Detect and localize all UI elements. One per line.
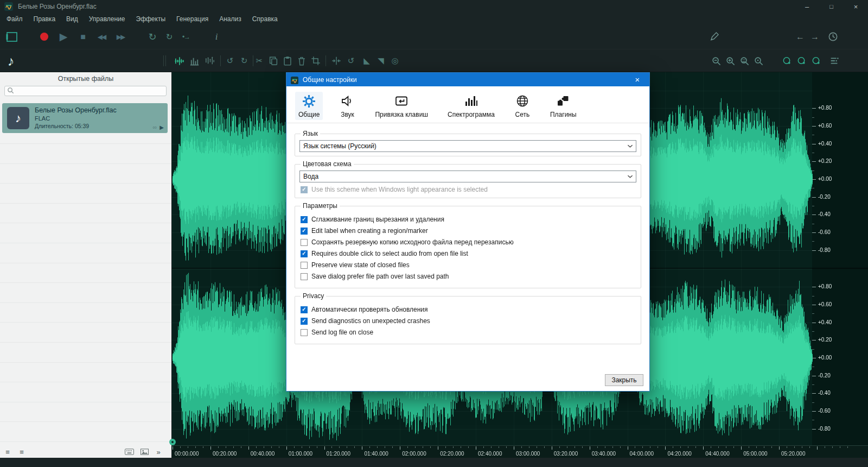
ruler-tick-minor — [673, 446, 673, 448]
zoom-selection-icon[interactable] — [752, 49, 765, 72]
copy-icon[interactable] — [267, 49, 280, 72]
search-input[interactable] — [16, 88, 164, 94]
loop-once-icon[interactable]: ↻ — [162, 24, 176, 49]
ruler-tick — [703, 446, 704, 450]
ruler-tick-minor — [233, 446, 234, 448]
bars-view-icon[interactable] — [188, 49, 201, 72]
redo-icon[interactable]: ↻ — [238, 49, 251, 72]
view-position-marker[interactable] — [169, 439, 176, 445]
menu-item-analyze[interactable]: Анализ — [214, 14, 247, 24]
zoom-in-icon[interactable] — [724, 49, 737, 72]
menu-item-generate[interactable]: Генерация — [171, 14, 214, 24]
cut-icon[interactable]: ✂ — [253, 49, 266, 72]
tab-network[interactable]: Сеть — [511, 92, 534, 120]
zoom-out-icon[interactable] — [710, 49, 723, 72]
menu-item-view[interactable]: Вид — [61, 14, 84, 24]
tab-spectrogram[interactable]: Спектрограмма — [444, 92, 498, 120]
tab-key-bindings[interactable]: Привязка клавиш — [372, 92, 431, 120]
file-list-item[interactable]: ♪ Белые Розы Оренбург.flac FLAC Длительн… — [2, 103, 168, 133]
time-ruler[interactable]: 00:00.00000:20.00000:40.00001:00.00001:2… — [172, 445, 868, 458]
ruler-time-label: 00:20.000 — [213, 451, 237, 457]
minimize-icon[interactable]: – — [795, 0, 819, 13]
rewind-button[interactable]: ◀◀ — [94, 24, 108, 49]
normalize-icon[interactable]: ◎ — [388, 49, 401, 72]
checkbox[interactable]: ✓ — [301, 250, 308, 257]
wave-dots-icon[interactable] — [203, 49, 216, 72]
keyboard-icon[interactable] — [124, 447, 135, 456]
menu-item-edit[interactable]: Правка — [28, 14, 61, 24]
delete-icon[interactable] — [295, 49, 308, 72]
collapse-icon[interactable]: » — [153, 447, 164, 456]
list-row-separator — [0, 163, 171, 164]
checkbox[interactable] — [301, 239, 308, 246]
play-button[interactable]: ▶ — [56, 24, 71, 49]
loop-icon[interactable]: ↻ — [145, 24, 159, 49]
region-ring-icon[interactable] — [795, 49, 808, 72]
ruler-time-label: 03:40.000 — [592, 451, 616, 457]
checkbox[interactable]: ✓ — [301, 318, 308, 325]
menu-item-effects[interactable]: Эффекты — [131, 14, 171, 24]
fade-in-icon[interactable]: ◣ — [360, 49, 373, 72]
levels-list-icon[interactable] — [828, 49, 841, 72]
window-title: Белые Розы Оренбург.flac — [18, 3, 97, 10]
trim-icon[interactable] — [330, 49, 343, 72]
marker-ring-icon[interactable] — [780, 49, 793, 72]
undo-icon[interactable]: ↺ — [224, 49, 237, 72]
menu-item-help[interactable]: Справка — [247, 14, 283, 24]
loop-badge-icon: ∞ — [152, 124, 157, 130]
fast-forward-button[interactable]: ▶▶ — [113, 24, 127, 49]
ruler-tick-minor — [537, 446, 537, 448]
paste-icon[interactable] — [281, 49, 294, 72]
stop-button[interactable]: ■ — [76, 24, 90, 49]
pen-icon[interactable] — [707, 24, 721, 49]
selection-tool-icon[interactable] — [5, 24, 19, 49]
menu-item-file[interactable]: Файл — [1, 14, 28, 24]
crop-icon[interactable] — [309, 49, 322, 72]
list-row-separator — [0, 223, 171, 223]
waveform-view-icon[interactable] — [173, 49, 186, 72]
ruler-tick-minor — [612, 446, 613, 448]
ruler-tick — [400, 446, 400, 450]
checkbox[interactable] — [301, 262, 308, 269]
maximize-icon[interactable]: □ — [819, 0, 844, 13]
tab-plugins[interactable]: Плагины — [547, 92, 580, 120]
list-row-separator — [0, 263, 171, 263]
checkbox[interactable]: ✓ — [301, 186, 308, 193]
checkbox[interactable]: ✓ — [301, 216, 308, 223]
loop-ring-icon[interactable] — [809, 49, 822, 72]
zoom-fit-icon[interactable] — [738, 49, 751, 72]
checkbox[interactable]: ✓ — [301, 228, 308, 235]
ruler-tick-minor — [733, 446, 734, 448]
language-select[interactable]: Язык системы (Русский) — [299, 140, 636, 152]
back-icon[interactable]: ← — [793, 24, 807, 49]
list-row-separator — [0, 183, 171, 184]
files-panel-toggle[interactable]: ♪ — [4, 49, 17, 72]
checkbox[interactable] — [301, 273, 308, 280]
detail-view-icon[interactable]: ≡ — [16, 447, 27, 456]
tab-general[interactable]: Общие — [295, 92, 323, 120]
image-icon[interactable] — [139, 447, 150, 456]
revert-icon[interactable]: ↺ — [344, 49, 358, 72]
record-button[interactable] — [37, 24, 51, 49]
statusbar — [0, 458, 868, 467]
close-icon[interactable]: × — [844, 0, 868, 13]
menu-item-control[interactable]: Управление — [84, 14, 131, 24]
forward-icon[interactable]: → — [808, 24, 822, 49]
ruler-tick-minor — [582, 446, 583, 448]
ruler-tick-minor — [529, 446, 529, 448]
chevron-down-icon — [627, 174, 633, 179]
tab-sound[interactable]: Звук — [336, 92, 359, 120]
fade-out-icon[interactable]: ◥ — [374, 49, 387, 72]
tab-label: Спектрограмма — [448, 111, 495, 118]
checkbox[interactable]: ✓ — [301, 306, 308, 313]
checkbox[interactable] — [301, 329, 308, 336]
list-view-icon[interactable]: ≡ — [2, 447, 13, 456]
color-scheme-select[interactable]: Вода — [299, 171, 636, 182]
checkbox-row: ✓Edit label when creating a region/marke… — [301, 227, 635, 235]
dialog-close-icon[interactable]: × — [630, 75, 645, 84]
close-settings-button[interactable]: Закрыть — [605, 374, 643, 386]
history-icon[interactable] — [826, 24, 840, 49]
follow-playhead-icon[interactable]: •→ — [179, 24, 193, 49]
info-icon[interactable]: i — [209, 24, 224, 49]
play-badge-icon[interactable]: ▶ — [159, 125, 164, 130]
